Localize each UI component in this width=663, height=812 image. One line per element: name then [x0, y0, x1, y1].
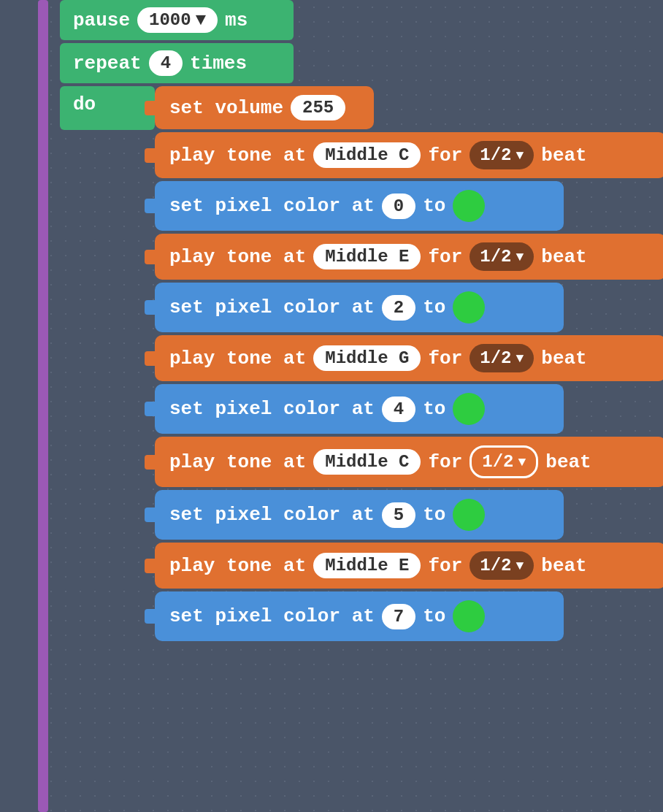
note-5-value: Middle E [325, 556, 409, 575]
duration-3-arrow[interactable]: ▼ [516, 351, 524, 366]
repeat-unit: times [190, 53, 247, 74]
play-tone-5-note[interactable]: Middle E [313, 553, 421, 578]
for-4-label: for [428, 451, 462, 473]
duration-2-arrow[interactable]: ▼ [516, 250, 524, 264]
pixel-5-index: 7 [394, 607, 404, 627]
pixel-1-index: 0 [394, 196, 404, 216]
duration-2-value: 1/2 [480, 247, 511, 267]
volume-value: 255 [302, 98, 334, 118]
do-section: do set volume 255 play tone at Middle C [60, 86, 663, 643]
duration-3-pill[interactable]: 1/2 ▼ [470, 344, 534, 372]
play-tone-4-label: play tone at [169, 451, 306, 473]
play-tone-2-block: play tone at Middle E for 1/2 ▼ beat [155, 234, 663, 280]
color-4-circle[interactable] [453, 499, 485, 531]
color-5-circle[interactable] [453, 600, 485, 632]
duration-5-arrow[interactable]: ▼ [516, 559, 524, 573]
for-1-label: for [428, 145, 462, 166]
repeat-label: repeat [73, 53, 142, 74]
for-3-label: for [428, 348, 462, 369]
duration-4-pill[interactable]: 1/2 ▼ [470, 445, 538, 478]
duration-4-value: 1/2 [482, 452, 513, 472]
set-pixel-3-label: set pixel color at [169, 398, 375, 420]
to-4-label: to [423, 504, 445, 526]
play-tone-4-note[interactable]: Middle C [313, 449, 421, 475]
beat-1-label: beat [541, 145, 586, 166]
pixel-3-index-pill[interactable]: 4 [382, 397, 415, 422]
pause-value-pill[interactable]: 1000 ▼ [137, 7, 218, 33]
play-tone-5-block: play tone at Middle E for 1/2 ▼ beat [155, 543, 663, 589]
note-1-value: Middle C [325, 145, 409, 165]
play-tone-3-note[interactable]: Middle G [313, 345, 421, 371]
repeat-block: repeat 4 times [60, 43, 294, 83]
pixel-2-index-pill[interactable]: 2 [382, 295, 415, 321]
repeat-value: 4 [161, 53, 171, 73]
beat-3-label: beat [541, 348, 586, 369]
play-tone-4-block: play tone at Middle C for 1/2 ▼ beat [155, 437, 663, 487]
beat-2-label: beat [541, 246, 586, 268]
pause-label: pause [73, 9, 130, 31]
note-3-value: Middle G [325, 348, 409, 368]
note-4-value: Middle C [325, 452, 409, 472]
repeat-value-pill[interactable]: 4 [149, 50, 183, 76]
pause-block: pause 1000 ▼ ms [60, 0, 294, 40]
main-content: pause 1000 ▼ ms repeat 4 times do [50, 0, 663, 643]
color-1-circle[interactable] [453, 190, 485, 222]
beat-4-label: beat [545, 451, 591, 473]
set-pixel-1-label: set pixel color at [169, 195, 375, 217]
pixel-1-index-pill[interactable]: 0 [382, 194, 415, 219]
play-tone-1-block: play tone at Middle C for 1/2 ▼ beat [155, 132, 663, 178]
pixel-3-index: 4 [394, 399, 404, 419]
duration-1-value: 1/2 [480, 145, 511, 165]
duration-2-pill[interactable]: 1/2 ▼ [470, 242, 534, 271]
play-tone-3-label: play tone at [169, 348, 306, 369]
play-tone-5-label: play tone at [169, 555, 306, 577]
for-2-label: for [428, 246, 462, 268]
purple-bar [38, 0, 48, 812]
set-pixel-5-block: set pixel color at 7 to [155, 591, 564, 641]
play-tone-1-label: play tone at [169, 145, 306, 166]
sidebar [0, 0, 50, 812]
set-pixel-1-block: set pixel color at 0 to [155, 181, 564, 231]
pause-block-wrapper: pause 1000 ▼ ms [50, 0, 663, 42]
play-tone-2-label: play tone at [169, 246, 306, 268]
set-pixel-5-label: set pixel color at [169, 605, 375, 627]
set-volume-label: set volume [169, 97, 283, 119]
do-block: do [60, 86, 155, 130]
beat-5-label: beat [541, 555, 586, 577]
duration-4-arrow[interactable]: ▼ [518, 455, 526, 470]
pause-value: 1000 [149, 10, 191, 30]
set-pixel-4-block: set pixel color at 5 to [155, 490, 564, 540]
duration-5-value: 1/2 [480, 556, 511, 575]
pause-unit: ms [225, 9, 248, 31]
set-pixel-4-label: set pixel color at [169, 504, 375, 526]
set-pixel-2-label: set pixel color at [169, 296, 375, 318]
duration-5-pill[interactable]: 1/2 ▼ [470, 551, 534, 580]
to-5-label: to [423, 605, 445, 627]
duration-1-arrow[interactable]: ▼ [516, 148, 524, 163]
color-3-circle[interactable] [453, 393, 485, 425]
set-volume-block: set volume 255 [155, 86, 374, 129]
set-pixel-3-block: set pixel color at 4 to [155, 384, 564, 434]
inner-blocks: set volume 255 play tone at Middle C for… [155, 86, 663, 643]
play-tone-1-note[interactable]: Middle C [313, 142, 421, 168]
pause-dropdown-arrow[interactable]: ▼ [196, 10, 206, 30]
color-2-circle[interactable] [453, 291, 485, 323]
set-pixel-2-block: set pixel color at 2 to [155, 283, 564, 332]
to-2-label: to [423, 296, 445, 318]
pixel-4-index-pill[interactable]: 5 [382, 502, 415, 528]
blocks-container: pause 1000 ▼ ms repeat 4 times do [50, 0, 663, 643]
volume-value-pill[interactable]: 255 [291, 95, 345, 120]
do-label: do [73, 93, 96, 115]
for-5-label: for [428, 555, 462, 577]
pixel-5-index-pill[interactable]: 7 [382, 604, 415, 629]
to-3-label: to [423, 398, 445, 420]
play-tone-2-note[interactable]: Middle E [313, 244, 421, 269]
play-tone-3-block: play tone at Middle G for 1/2 ▼ beat [155, 335, 663, 381]
to-1-label: to [423, 195, 445, 217]
pixel-2-index: 2 [394, 298, 404, 318]
duration-3-value: 1/2 [480, 348, 511, 368]
duration-1-pill[interactable]: 1/2 ▼ [470, 141, 534, 169]
note-2-value: Middle E [325, 247, 409, 267]
pixel-4-index: 5 [394, 505, 404, 525]
repeat-block-wrapper: repeat 4 times [50, 43, 663, 85]
